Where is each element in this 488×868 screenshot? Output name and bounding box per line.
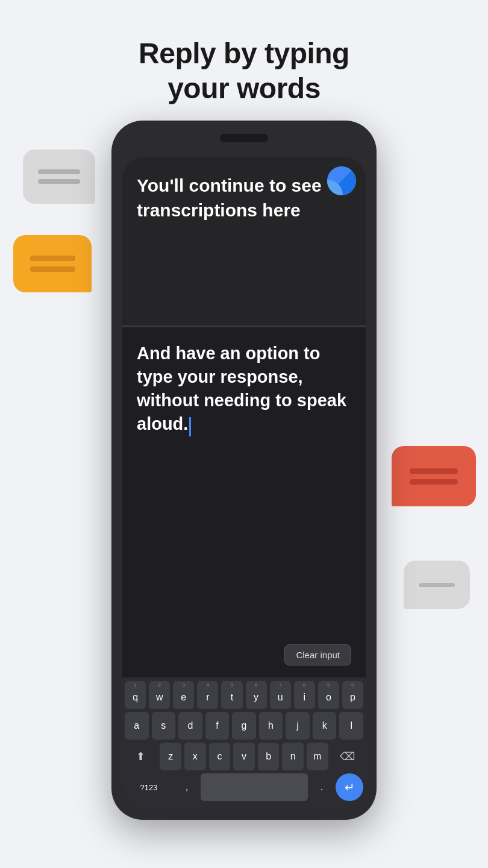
backspace-icon: ⌫ — [340, 750, 355, 763]
bubble-line — [30, 266, 75, 272]
clear-input-button[interactable]: Clear input — [284, 644, 351, 665]
key-p[interactable]: 0p — [342, 681, 363, 709]
key-w[interactable]: 2w — [149, 681, 170, 709]
key-d[interactable]: d — [178, 712, 202, 740]
keyboard-row-3: ⬆ z x c v b n m ⌫ — [125, 743, 363, 770]
bubble-line — [38, 169, 80, 174]
key-space[interactable] — [201, 773, 308, 801]
title-line2: your words — [167, 72, 321, 104]
key-g[interactable]: g — [232, 712, 256, 740]
phone-screen: You'll continue to see transcriptions he… — [122, 157, 366, 809]
key-b[interactable]: b — [258, 743, 280, 770]
clear-input-row: Clear input — [137, 640, 351, 668]
text-cursor — [189, 417, 191, 436]
key-numbers[interactable]: ?123 — [125, 773, 173, 801]
key-e[interactable]: 3e — [173, 681, 194, 709]
bubble-red — [392, 446, 476, 506]
key-x[interactable]: x — [184, 743, 206, 770]
bubble-line — [410, 468, 458, 474]
key-comma[interactable]: , — [176, 773, 198, 801]
response-text: And have an option to type your response… — [137, 342, 351, 640]
title-line1: Reply by typing — [139, 37, 349, 69]
key-c[interactable]: c — [209, 743, 231, 770]
keyboard: 1q 2w 3e 4r 5t 6y 7u 8i 9o 0p a s d f — [122, 678, 366, 809]
phone-speaker — [220, 134, 268, 142]
shift-icon: ⬆ — [136, 750, 145, 763]
transcription-area: You'll continue to see transcriptions he… — [122, 157, 366, 326]
key-q[interactable]: 1q — [125, 681, 146, 709]
bubble-line — [30, 256, 75, 261]
keyboard-row-bottom: ?123 , . ↵ — [125, 773, 363, 801]
bubble-gray-top — [23, 149, 95, 204]
page-title: Reply by typing your words — [0, 0, 488, 105]
key-v[interactable]: v — [233, 743, 255, 770]
key-period[interactable]: . — [311, 773, 333, 801]
key-l[interactable]: l — [339, 712, 363, 740]
bubble-gray-bottom — [404, 561, 470, 609]
key-m[interactable]: m — [307, 743, 328, 770]
key-shift[interactable]: ⬆ — [125, 743, 157, 770]
key-k[interactable]: k — [313, 712, 337, 740]
bubble-line — [38, 179, 80, 184]
bubble-line — [410, 479, 458, 485]
enter-icon: ↵ — [345, 780, 355, 794]
phone-body: You'll continue to see transcriptions he… — [111, 121, 377, 820]
key-n[interactable]: n — [282, 743, 304, 770]
bubble-yellow — [13, 235, 92, 292]
keyboard-row-2: a s d f g h j k l — [125, 712, 363, 740]
keyboard-row-1: 1q 2w 3e 4r 5t 6y 7u 8i 9o 0p — [125, 681, 363, 709]
google-logo — [327, 166, 356, 195]
response-area: And have an option to type your response… — [122, 327, 366, 678]
key-o[interactable]: 9o — [318, 681, 339, 709]
key-s[interactable]: s — [152, 712, 176, 740]
key-enter[interactable]: ↵ — [336, 773, 363, 801]
transcription-text: You'll continue to see transcriptions he… — [137, 174, 351, 222]
key-r[interactable]: 4r — [197, 681, 218, 709]
key-j[interactable]: j — [286, 712, 310, 740]
key-backspace[interactable]: ⌫ — [331, 743, 363, 770]
key-h[interactable]: h — [259, 712, 283, 740]
key-y[interactable]: 6y — [246, 681, 267, 709]
key-a[interactable]: a — [125, 712, 149, 740]
bubble-line — [419, 583, 455, 587]
key-t[interactable]: 5t — [221, 681, 242, 709]
key-i[interactable]: 8i — [294, 681, 315, 709]
key-z[interactable]: z — [160, 743, 181, 770]
phone-device: You'll continue to see transcriptions he… — [111, 121, 377, 820]
key-f[interactable]: f — [205, 712, 230, 740]
key-u[interactable]: 7u — [270, 681, 291, 709]
